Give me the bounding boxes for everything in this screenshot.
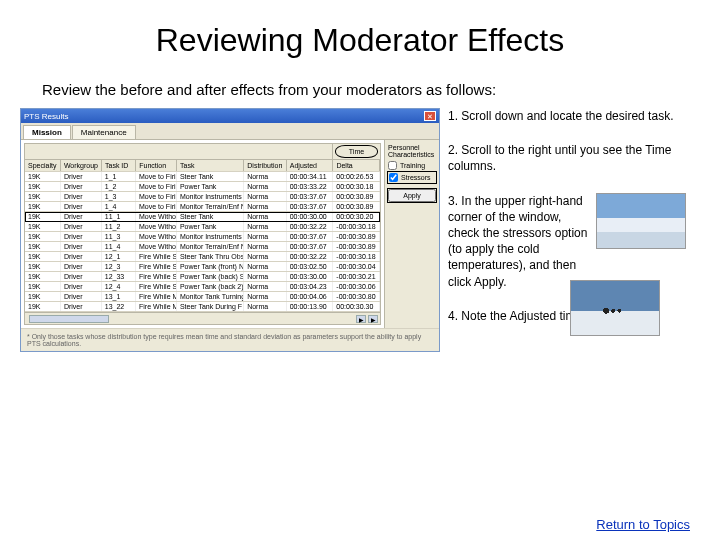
window-titlebar: PTS Results ✕ [21, 109, 439, 123]
col-workgroup: Workgroup [61, 160, 102, 171]
side-panel-heading: Personnel Characteristics [388, 144, 436, 158]
table-row[interactable]: 19KDriver11_4Move Without FiringMonitor … [25, 242, 380, 252]
cell-task: Steer Tank Thru Obs N [177, 252, 244, 261]
col-function: Function [136, 160, 177, 171]
instruction-2: 2. Scroll to the right until you see the… [448, 142, 686, 174]
cell-del: -00:00:30.06 [333, 282, 380, 291]
table-row[interactable]: 19KDriver12_33Fire While StationarPower … [25, 272, 380, 282]
cell-adj: 00:00:13.90 [287, 302, 334, 311]
cell-spec: 19K [25, 282, 61, 291]
cell-adj: 00:00:34.11 [287, 172, 334, 181]
cell-dist: Norma [244, 252, 287, 261]
cell-spec: 19K [25, 192, 61, 201]
cell-adj: 00:03:37.67 [287, 202, 334, 211]
cell-spec: 19K [25, 302, 61, 311]
table-row[interactable]: 19KDriver1_1Move to Firing PositSteer Ta… [25, 172, 380, 182]
grid-header-row: Specialty Workgroup Task ID Function Tas… [25, 160, 380, 172]
stressors-option[interactable]: Stressors [388, 172, 436, 183]
table-row[interactable]: 19KDriver1_3Move to Firing PositMonitor … [25, 192, 380, 202]
cell-task: Monitor Terrain/Enf N [177, 202, 244, 211]
cell-spec: 19K [25, 292, 61, 301]
cell-spec: 19K [25, 262, 61, 271]
cell-del: -00:00:30.80 [333, 292, 380, 301]
cell-adj: 00:00:30.00 [287, 212, 334, 221]
cell-wg: Driver [61, 222, 102, 231]
cell-adj: 00:00:32.22 [287, 252, 334, 261]
cell-fn: Fire While Stationar [136, 282, 177, 291]
cell-dist: Norma [244, 222, 287, 231]
table-row[interactable]: 19KDriver12_1Fire While StationarSteer T… [25, 252, 380, 262]
cell-task: Steer Tank [177, 212, 244, 221]
table-row[interactable]: 19KDriver1_4Move to Firing PositMonitor … [25, 202, 380, 212]
table-row[interactable]: 19KDriver11_3Move Without FiringMonitor … [25, 232, 380, 242]
cell-task: Monitor Tank Turning N [177, 292, 244, 301]
cell-adj: 00:00:32.22 [287, 222, 334, 231]
scrollbar-thumb[interactable] [29, 315, 109, 323]
table-row[interactable]: 19KDriver13_1Fire While MovingMonitor Ta… [25, 292, 380, 302]
cell-dist: Norma [244, 242, 287, 251]
table-row[interactable]: 19KDriver11_1Move Without FiringSteer Ta… [25, 212, 380, 222]
cell-adj: 00:03:30.00 [287, 272, 334, 281]
table-row[interactable]: 19KDriver11_2Move Without FiringPower Ta… [25, 222, 380, 232]
cell-wg: Driver [61, 232, 102, 241]
cell-wg: Driver [61, 302, 102, 311]
training-option[interactable]: Training [388, 161, 436, 170]
table-row[interactable]: 19KDriver13_22Fire While MovingSteer Tan… [25, 302, 380, 312]
cell-dist: Norma [244, 262, 287, 271]
footnote: * Only those tasks whose distribution ty… [21, 328, 439, 351]
cell-wg: Driver [61, 292, 102, 301]
training-checkbox[interactable] [388, 161, 397, 170]
time-column-group: Time [335, 145, 378, 158]
cell-spec: 19K [25, 222, 61, 231]
cell-dist: Norma [244, 212, 287, 221]
cell-tid: 11_3 [102, 232, 136, 241]
return-to-topics-link[interactable]: Return to Topics [596, 517, 690, 532]
cell-task: Power Tank (back 2) N [177, 282, 244, 291]
instructions-column: 1. Scroll down and locate the desired ta… [448, 108, 686, 342]
cell-del: -00:00:30.04 [333, 262, 380, 271]
cell-del: -00:00:30.18 [333, 222, 380, 231]
subtitle: Review the before and after effects from… [42, 81, 720, 98]
cell-wg: Driver [61, 202, 102, 211]
cell-del: 00:00:30.20 [333, 212, 380, 221]
cell-tid: 12_33 [102, 272, 136, 281]
horizontal-scrollbar[interactable]: ▶ ▶ [25, 312, 380, 324]
table-row[interactable]: 19KDriver12_3Fire While StationarPower T… [25, 262, 380, 272]
cell-wg: Driver [61, 172, 102, 181]
cell-fn: Fire While Stationar [136, 262, 177, 271]
cell-tid: 12_3 [102, 262, 136, 271]
cell-tid: 11_1 [102, 212, 136, 221]
tab-mission[interactable]: Mission [23, 125, 71, 139]
cell-fn: Move to Firing Posit [136, 172, 177, 181]
col-task: Task [177, 160, 244, 171]
cell-del: 00:00:30.18 [333, 182, 380, 191]
table-row[interactable]: 19KDriver1_2Move to Firing PositPower Ta… [25, 182, 380, 192]
cell-wg: Driver [61, 272, 102, 281]
window-title: PTS Results [24, 112, 68, 121]
col-distribution: Distribution [244, 160, 286, 171]
close-icon[interactable]: ✕ [424, 111, 436, 121]
cell-task: Steer Tank During F N [177, 302, 244, 311]
cell-task: Power Tank [177, 182, 244, 191]
cell-adj: 00:03:33.22 [287, 182, 334, 191]
cell-fn: Fire While Moving [136, 302, 177, 311]
cell-spec: 19K [25, 252, 61, 261]
cell-adj: 00:00:04.06 [287, 292, 334, 301]
cell-adj: 00:03:04.23 [287, 282, 334, 291]
cell-dist: Norma [244, 302, 287, 311]
cell-spec: 19K [25, 242, 61, 251]
cell-tid: 12_4 [102, 282, 136, 291]
cell-task: Monitor Instruments [177, 232, 244, 241]
cell-spec: 19K [25, 272, 61, 281]
stressors-checkbox[interactable] [389, 173, 398, 182]
scroll-end-icon[interactable]: ▶ [368, 315, 378, 323]
apply-button[interactable]: Apply [388, 189, 436, 202]
cell-fn: Fire While Stationar [136, 252, 177, 261]
tab-maintenance[interactable]: Maintenance [72, 125, 136, 139]
cell-wg: Driver [61, 182, 102, 191]
table-row[interactable]: 19KDriver12_4Fire While StationarPower T… [25, 282, 380, 292]
side-panel: Personnel Characteristics Training Stres… [384, 140, 439, 328]
scroll-right-icon[interactable]: ▶ [356, 315, 366, 323]
cell-fn: Fire While Stationar [136, 272, 177, 281]
training-label: Training [400, 162, 425, 169]
